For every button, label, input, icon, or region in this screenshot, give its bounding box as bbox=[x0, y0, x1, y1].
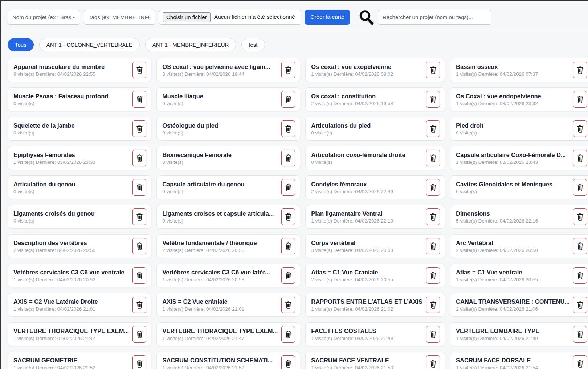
delete-button[interactable] bbox=[573, 91, 587, 108]
delete-button[interactable] bbox=[281, 62, 295, 78]
delete-button[interactable] bbox=[573, 120, 587, 137]
project-card[interactable]: Squelette de la jambe 0 visite(s) bbox=[8, 117, 151, 141]
filter-pill[interactable]: test bbox=[241, 38, 265, 51]
project-card[interactable]: Condyles fémoraux 2 visite(s) Dernière: … bbox=[305, 175, 445, 199]
card-text: SACRUM CONSTITUTION SCHEMATI... 1 visite… bbox=[162, 357, 273, 369]
filter-pill[interactable]: Tous bbox=[8, 38, 34, 51]
project-card[interactable]: FACETTES COSTALES 1 visite(s) Dernière: … bbox=[305, 322, 445, 346]
project-card[interactable]: RAPPORTS ENTRE L’ATLAS ET L’AXIS 1 visit… bbox=[305, 293, 445, 317]
delete-button[interactable] bbox=[132, 238, 146, 254]
project-card[interactable]: Ligaments croisés du genou 0 visite(s) bbox=[8, 205, 151, 229]
project-card[interactable]: Plan ligamentaire Ventral 1 visite(s) De… bbox=[305, 205, 445, 229]
delete-button[interactable] bbox=[573, 208, 587, 225]
delete-button[interactable] bbox=[426, 326, 440, 343]
delete-button[interactable] bbox=[281, 120, 295, 137]
file-picker[interactable]: Choisir un fichier Aucun fichier n’a été… bbox=[159, 10, 301, 25]
project-card[interactable]: Vetêbre fondamentale / théorique 2 visit… bbox=[156, 234, 300, 258]
project-card[interactable]: Dimensions 5 visite(s) Dernière: 04/02/2… bbox=[450, 205, 588, 229]
delete-button[interactable] bbox=[132, 355, 146, 369]
project-card[interactable]: Pied droit 0 visite(s) bbox=[450, 117, 588, 141]
project-card[interactable]: Arc Vertébral 2 visite(s) Dernière: 04/0… bbox=[450, 234, 588, 258]
project-card[interactable]: Os coxal : constitution 2 visite(s) Dern… bbox=[305, 87, 445, 111]
delete-button[interactable] bbox=[281, 150, 295, 166]
filter-pill[interactable]: ANT 1 - COLONNE_VERTEBRALE bbox=[39, 38, 140, 51]
project-card[interactable]: Ligaments croises et capsule articula...… bbox=[156, 205, 300, 229]
project-card[interactable]: SACRUM GEOMETRIE 1 visite(s) Dernière: 0… bbox=[8, 352, 151, 369]
project-card[interactable]: Vetèbres cervicales C3 C6 vue ventrale 1… bbox=[8, 264, 151, 287]
project-card[interactable]: Capsule articulaire du genou 0 visite(s) bbox=[156, 175, 300, 199]
delete-button[interactable] bbox=[426, 62, 440, 78]
project-card[interactable]: SACRUM FACE VENTRALE 1 visite(s) Dernièr… bbox=[305, 352, 445, 369]
delete-button[interactable] bbox=[426, 179, 440, 196]
delete-button[interactable] bbox=[132, 267, 146, 284]
trash-icon bbox=[429, 360, 437, 368]
project-card[interactable]: Muscle iliaque 0 visite(s) bbox=[156, 87, 300, 111]
delete-button[interactable] bbox=[426, 297, 440, 313]
delete-button[interactable] bbox=[573, 62, 587, 78]
project-card[interactable]: Corps vertébral 3 visite(s) Dernière: 04… bbox=[305, 234, 445, 258]
delete-button[interactable] bbox=[573, 355, 587, 369]
project-card[interactable]: Atlas = C1 Vue Craniale 2 visite(s) Dern… bbox=[305, 264, 445, 287]
delete-button[interactable] bbox=[132, 91, 146, 108]
project-card[interactable]: Biomecanique Femorale 0 visite(s) bbox=[156, 146, 300, 170]
delete-button[interactable] bbox=[573, 179, 587, 196]
delete-button[interactable] bbox=[573, 297, 587, 313]
delete-button[interactable] bbox=[573, 267, 587, 284]
project-card[interactable]: AXIS = C2 Vue Latérale Droite 1 visite(s… bbox=[8, 293, 151, 317]
delete-button[interactable] bbox=[426, 91, 440, 108]
project-name-input[interactable] bbox=[8, 10, 80, 25]
delete-button[interactable] bbox=[281, 355, 295, 369]
delete-button[interactable] bbox=[426, 120, 440, 137]
delete-button[interactable] bbox=[132, 179, 146, 196]
project-card[interactable]: CANAL TRANSVERSAIRE : CONTENU... 2 visit… bbox=[450, 293, 588, 317]
project-card[interactable]: Vertèbres cervicales C3 C6 vue latér... … bbox=[156, 264, 300, 287]
delete-button[interactable] bbox=[426, 355, 440, 369]
project-card[interactable]: VERTEBRE THORACIQUE TYPE EXEM... 1 visit… bbox=[156, 322, 300, 346]
delete-button[interactable] bbox=[426, 208, 440, 225]
delete-button[interactable] bbox=[132, 208, 146, 225]
project-card[interactable]: Muscle Psoas : Faisceau profond 0 visite… bbox=[8, 87, 151, 111]
project-card[interactable]: SACRUM FACE DORSALE 1 visite(s) Dernière… bbox=[450, 352, 588, 369]
choose-file-button[interactable]: Choisir un fichier bbox=[163, 12, 211, 22]
project-card[interactable]: SACRUM CONSTITUTION SCHEMATI... 1 visite… bbox=[156, 352, 300, 369]
delete-button[interactable] bbox=[281, 326, 295, 343]
project-card[interactable]: Os coxal : vue exopelvienne 1 visite(s) … bbox=[305, 58, 445, 82]
search-input[interactable] bbox=[378, 10, 491, 25]
delete-button[interactable] bbox=[281, 179, 295, 196]
delete-button[interactable] bbox=[281, 91, 295, 108]
delete-button[interactable] bbox=[132, 62, 146, 78]
project-card[interactable]: Bassin osseux 1 visite(s) Dernière: 04/0… bbox=[450, 58, 588, 82]
delete-button[interactable] bbox=[132, 326, 146, 343]
project-card[interactable]: VERTEBRE LOMBAIRE TYPE 1 visite(s) Derni… bbox=[450, 322, 588, 346]
delete-button[interactable] bbox=[573, 150, 587, 166]
tags-input[interactable] bbox=[84, 10, 155, 25]
project-card[interactable]: Os Coxal : vue endopelvienne 1 visite(s)… bbox=[450, 87, 588, 111]
delete-button[interactable] bbox=[132, 150, 146, 166]
project-card[interactable]: Atlas = C1 Vue ventrale 1 visite(s) Dern… bbox=[450, 264, 588, 287]
project-card[interactable]: Articulation coxo-fémorale droite 0 visi… bbox=[305, 146, 445, 170]
delete-button[interactable] bbox=[132, 120, 146, 137]
delete-button[interactable] bbox=[281, 238, 295, 254]
project-card[interactable]: Articulation du genou 0 visite(s) bbox=[8, 175, 151, 199]
project-card[interactable]: VERTEBRE THORACIQUE TYPE EXEM... 1 visit… bbox=[8, 322, 151, 346]
delete-button[interactable] bbox=[281, 297, 295, 313]
delete-button[interactable] bbox=[281, 208, 295, 225]
project-card[interactable]: AXIS = C2 Vue crâniale 1 visite(s) Derni… bbox=[156, 293, 300, 317]
delete-button[interactable] bbox=[426, 238, 440, 254]
project-card[interactable]: Description des vertêbres 2 visite(s) De… bbox=[8, 234, 151, 258]
project-card[interactable]: Appareil musculaire du membre 9 visite(s… bbox=[8, 58, 151, 82]
delete-button[interactable] bbox=[573, 238, 587, 254]
create-card-button[interactable]: Créer la carte bbox=[305, 10, 350, 25]
project-card[interactable]: Epiphyses Fémorales 1 visite(s) Dernière… bbox=[8, 146, 151, 170]
project-card[interactable]: Articulations du pied 0 visite(s) bbox=[305, 117, 445, 141]
delete-button[interactable] bbox=[281, 267, 295, 284]
delete-button[interactable] bbox=[426, 150, 440, 166]
delete-button[interactable] bbox=[132, 297, 146, 313]
project-card[interactable]: Capsule articulaire Coxo-Fémorale D... 1… bbox=[450, 146, 588, 170]
delete-button[interactable] bbox=[573, 326, 587, 343]
project-card[interactable]: Cavites Glenoidales et Menisques 0 visit… bbox=[450, 175, 588, 199]
project-card[interactable]: Ostéologue du pied 0 visite(s) bbox=[156, 117, 300, 141]
delete-button[interactable] bbox=[426, 267, 440, 284]
filter-pill[interactable]: ANT 1 - MEMBRE_INFERIEUR bbox=[145, 38, 236, 51]
project-card[interactable]: OS coxal : vue pelvienne avec ligam... 3… bbox=[156, 58, 300, 82]
